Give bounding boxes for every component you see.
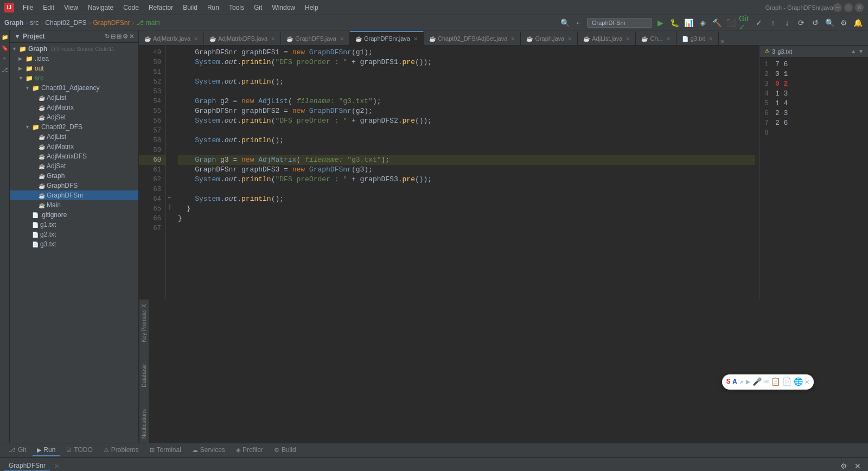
menu-build[interactable]: Build: [178, 3, 202, 12]
history-btn[interactable]: ⟳: [795, 17, 807, 29]
tree-graph[interactable]: ▶ ☕ Graph: [10, 171, 138, 181]
tree-chapt02[interactable]: ▼ 📁 Chapt02_DFS: [10, 122, 138, 132]
tree-chapt01[interactable]: ▼ 📁 Chapt01_Adjacency: [10, 83, 138, 93]
git-icon[interactable]: ⎇: [1, 65, 9, 74]
tab-todo[interactable]: ☑ TODO: [62, 444, 97, 456]
tree-idea[interactable]: ▶ 📁 .idea: [10, 54, 138, 63]
tab-build[interactable]: ⚙ Build: [270, 444, 301, 456]
expand-icon[interactable]: ⊞: [117, 33, 122, 40]
gear-icon[interactable]: ⚙: [123, 33, 128, 40]
tab-adjlist[interactable]: ☕ AdjList.java ✕: [578, 31, 636, 45]
menu-view[interactable]: View: [60, 3, 82, 12]
tree-g2txt[interactable]: ▶ 📄 g2.txt: [10, 230, 138, 239]
tree-adjmatrixdfs[interactable]: ▶ ☕ AdjMatrixDFS: [10, 151, 138, 161]
stop-btn[interactable]: ⬛: [725, 17, 737, 29]
tree-out[interactable]: ▶ 📁 out: [10, 63, 138, 73]
tab-adjmatrix[interactable]: ☕ AdjMatrix.java ✕: [139, 31, 204, 45]
run-close-icon[interactable]: ✕: [852, 460, 864, 471]
minimize-button[interactable]: ─: [833, 3, 842, 12]
sync-icon[interactable]: ↻: [105, 33, 110, 40]
run-button[interactable]: ▶: [654, 17, 666, 29]
project-dropdown-icon[interactable]: ▼: [14, 33, 21, 40]
debug-button[interactable]: 🐛: [668, 17, 680, 29]
tab-services[interactable]: ☁ Services: [188, 444, 229, 456]
menu-refactor[interactable]: Refactor: [144, 3, 177, 12]
maximize-button[interactable]: □: [844, 3, 853, 12]
warning-icon: ⚠: [764, 48, 770, 55]
menu-run[interactable]: Run: [203, 3, 224, 12]
tree-src[interactable]: ▼ 📁 src: [10, 73, 138, 83]
tab-graphdfs[interactable]: ☕ GraphDFS.java ✕: [281, 31, 350, 45]
notifications-label[interactable]: Notifications: [141, 407, 147, 441]
tab-adjmatrixdfs[interactable]: ☕ AdjMatrixDFS.java ✕: [204, 31, 281, 45]
search-everywhere-btn[interactable]: 🔍: [559, 17, 571, 29]
build-btn[interactable]: 🔨: [711, 17, 723, 29]
bookmark-icon[interactable]: 🔖: [1, 43, 9, 52]
git-pull-btn[interactable]: ↓: [781, 17, 793, 29]
menu-git[interactable]: Git: [250, 3, 266, 12]
menu-navigate[interactable]: Navigate: [84, 3, 118, 12]
collapse-icon[interactable]: ⊟: [111, 33, 116, 40]
package-breadcrumb[interactable]: Chapt02_DFS: [45, 19, 86, 27]
menu-window[interactable]: Window: [267, 3, 299, 12]
key-promoter-label[interactable]: Key Promoter X: [141, 302, 147, 345]
run-config-selector[interactable]: GraphDFSnr: [587, 18, 652, 28]
tree-root-graph[interactable]: ▼ 📁 Graph D:\Project Source Code\D:: [10, 44, 138, 54]
tree-graphdfsnr[interactable]: ▶ ☕ GraphDFSnr: [10, 190, 138, 200]
menu-code[interactable]: Code: [119, 3, 143, 12]
tabs-overflow[interactable]: »: [721, 37, 725, 45]
tab-g3txt[interactable]: 📄 g3.txt ✕: [676, 31, 719, 45]
revert-btn[interactable]: ↺: [809, 17, 821, 29]
tree-adjlist1[interactable]: ▶ ☕ AdjList: [10, 93, 138, 103]
close-button[interactable]: ✕: [855, 3, 864, 12]
tab-terminal[interactable]: ⊞ Terminal: [145, 444, 186, 456]
tree-adjlist2[interactable]: ▶ ☕ AdjList: [10, 132, 138, 142]
tree-g3txt[interactable]: ▶ 📄 g3.txt: [10, 239, 138, 249]
branch-breadcrumb[interactable]: ⎇ main: [136, 19, 159, 27]
tab-problems[interactable]: ⚠ Problems: [99, 444, 143, 456]
run-settings-icon[interactable]: ⚙: [838, 460, 850, 471]
menu-file[interactable]: File: [18, 3, 37, 12]
src-breadcrumb[interactable]: src: [30, 19, 39, 27]
run-with-coverage-btn[interactable]: 📊: [682, 17, 694, 29]
scroll-up-icon[interactable]: ▲: [851, 48, 856, 54]
file-breadcrumb[interactable]: GraphDFSnr: [93, 19, 130, 27]
find-btn[interactable]: 🔍: [824, 17, 835, 29]
git-update-btn[interactable]: Git ✓: [739, 17, 751, 29]
tab-profiler[interactable]: ◈ Profiler: [232, 444, 267, 456]
tree-g1txt[interactable]: ▶ 📄 g1.txt: [10, 220, 138, 230]
line-49: 49: [139, 48, 165, 58]
git-push-btn[interactable]: ↑: [767, 17, 779, 29]
tab-adjset[interactable]: ☕ Chapt02_DFS/AdjSet.java ✕: [424, 31, 521, 45]
tab-graph[interactable]: ☕ Graph.java ✕: [521, 31, 578, 45]
tree-adjmatrix1[interactable]: ▶ ☕ AdjMatrix: [10, 103, 138, 112]
run-tab-close[interactable]: ✕: [54, 463, 59, 470]
tab-ch[interactable]: ☕ Ch... ✕: [636, 31, 676, 45]
run-tab-graphdfsnr[interactable]: GraphDFSnr: [4, 461, 50, 471]
back-btn[interactable]: ←: [573, 17, 585, 29]
git-commit-btn[interactable]: ✓: [753, 17, 765, 29]
project-sidebar-icon[interactable]: 📁: [1, 33, 9, 41]
tree-graphdfs[interactable]: ▶ ☕ GraphDFS: [10, 181, 138, 190]
structure-icon[interactable]: ≡: [1, 54, 9, 63]
database-label[interactable]: Database: [141, 362, 147, 390]
close-panel-icon[interactable]: ✕: [129, 33, 134, 40]
tree-adjset2[interactable]: ▶ ☕ AdjSet: [10, 161, 138, 171]
tree-gitignore[interactable]: ▶ 📄 .gitignore: [10, 210, 138, 220]
tab-run[interactable]: ▶ Run: [33, 444, 60, 456]
notifications-btn[interactable]: 🔔: [852, 17, 864, 29]
settings-btn[interactable]: ⚙: [838, 17, 850, 29]
menu-edit[interactable]: Edit: [39, 3, 59, 12]
tree-main[interactable]: ▶ ☕ Main: [10, 200, 138, 210]
code-area[interactable]: GraphDFSnr graphDFS1 = new GraphDFSnr(g1…: [174, 46, 760, 300]
menu-help[interactable]: Help: [301, 3, 323, 12]
tab-graphdfsnr[interactable]: ☕ GraphDFSnr.java ✕: [350, 31, 424, 45]
scroll-down-icon[interactable]: ▼: [858, 48, 864, 54]
tree-adjmatrix2[interactable]: ▶ ☕ AdjMatrix: [10, 142, 138, 151]
menu-tools[interactable]: Tools: [225, 3, 248, 12]
tab-git[interactable]: ⎇ Git: [4, 444, 30, 456]
warning-count: 3: [772, 48, 775, 55]
profile-btn[interactable]: ◈: [697, 17, 709, 29]
project-breadcrumb[interactable]: Graph: [4, 19, 23, 27]
tree-adjset1[interactable]: ▶ ☕ AdjSet: [10, 112, 138, 122]
